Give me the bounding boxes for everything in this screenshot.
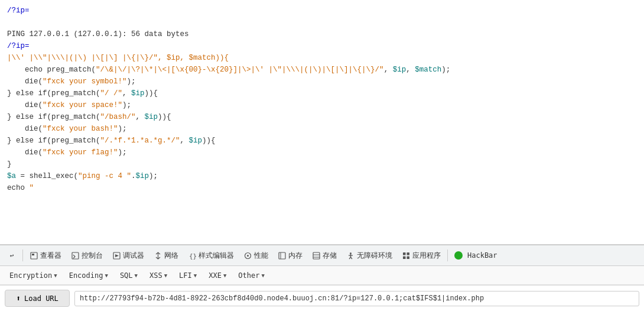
- devtools-hackbar[interactable]: HackBar: [450, 249, 502, 262]
- svg-rect-0: [31, 252, 37, 259]
- xss-arrow: ▼: [164, 273, 167, 278]
- hackbar-dot-icon: [454, 251, 463, 260]
- memory-label: 内存: [288, 251, 303, 261]
- memory-icon: [278, 251, 286, 260]
- encoding-label: Encoding: [69, 271, 103, 280]
- svg-rect-22: [406, 256, 409, 259]
- svg-marker-4: [115, 254, 119, 257]
- code-line: $a = shell_exec("ping -c 4 ".$ip);: [7, 170, 637, 182]
- xss-label: XSS: [149, 271, 162, 280]
- code-line: echo ": [7, 182, 637, 194]
- inspector-label: 查看器: [40, 251, 61, 261]
- encryption-menu[interactable]: Encryption ▼: [5, 270, 62, 281]
- debugger-icon: [112, 251, 121, 260]
- devtools-separator: [22, 250, 23, 261]
- performance-label: 性能: [254, 251, 268, 261]
- other-menu[interactable]: Other ▼: [233, 270, 269, 281]
- code-line: die("fxck your bash!");: [7, 123, 637, 135]
- code-area: /?ip= PING 127.0.0.1 (127.0.0.1): 56 dat…: [0, 0, 644, 245]
- code-line: |\\' |\\"|\\\|(|\) |\[|\] |\{|\}/", $ip,…: [7, 52, 637, 64]
- svg-rect-20: [406, 252, 409, 255]
- code-line: die("fxck your space!");: [7, 99, 637, 111]
- code-line: PING 127.0.0.1 (127.0.0.1): 56 data byte…: [7, 28, 637, 40]
- accessibility-icon: [346, 251, 354, 260]
- svg-rect-19: [403, 252, 406, 255]
- devtools-performance[interactable]: 性能: [239, 248, 272, 263]
- other-arrow: ▼: [261, 273, 264, 278]
- code-line: /?ip=: [7, 40, 637, 52]
- svg-rect-1: [32, 254, 34, 255]
- network-icon: [154, 251, 162, 260]
- devtools-debugger[interactable]: 调试器: [108, 248, 148, 263]
- svg-point-14: [350, 252, 352, 254]
- xxe-label: XXE: [209, 271, 222, 280]
- code-line: die("fxck your flag!");: [7, 147, 637, 158]
- devtools-inspector[interactable]: 查看器: [25, 248, 66, 263]
- xxe-menu[interactable]: XXE ▼: [204, 270, 231, 281]
- devtools-back-btn[interactable]: ↩: [4, 249, 20, 262]
- lfi-label: LFI: [179, 271, 192, 280]
- encoding-arrow: ▼: [105, 273, 108, 278]
- lfi-arrow: ▼: [194, 273, 197, 278]
- devtools-console[interactable]: 控制台: [67, 248, 107, 263]
- devtools-memory[interactable]: 内存: [274, 248, 307, 263]
- devtools-bar: ↩ 查看器 控制台 调试器: [0, 245, 644, 266]
- url-bar: ⬆ Load URL: [0, 285, 644, 311]
- url-input[interactable]: [74, 291, 639, 306]
- inspector-icon: [30, 251, 38, 260]
- back-icon: ↩: [8, 251, 16, 260]
- console-icon: [71, 251, 79, 260]
- lfi-menu[interactable]: LFI ▼: [174, 270, 201, 281]
- debugger-label: 调试器: [123, 251, 144, 261]
- sql-menu[interactable]: SQL ▼: [115, 270, 142, 281]
- console-label: 控制台: [82, 251, 103, 261]
- style-editor-label: 样式编辑器: [199, 251, 234, 261]
- network-label: 网络: [164, 251, 178, 261]
- svg-rect-21: [403, 256, 406, 259]
- svg-rect-9: [279, 252, 285, 259]
- style-editor-icon: {}: [188, 251, 196, 260]
- code-line: /?ip=: [7, 5, 637, 17]
- devtools-network[interactable]: 网络: [149, 248, 183, 263]
- hackbar-toolbar: Encryption ▼ Encoding ▼ SQL ▼ XSS ▼ LFI …: [0, 266, 644, 285]
- application-icon: [402, 251, 410, 260]
- svg-rect-2: [72, 252, 79, 259]
- xss-menu[interactable]: XSS ▼: [145, 270, 172, 281]
- hackbar-label: HackBar: [467, 251, 497, 260]
- encoding-menu[interactable]: Encoding ▼: [64, 270, 113, 281]
- devtools-accessibility[interactable]: 无障碍环境: [342, 248, 396, 263]
- devtools-style-editor[interactable]: {} 样式编辑器: [184, 248, 238, 263]
- svg-point-8: [247, 255, 249, 257]
- load-url-label: Load URL: [24, 294, 58, 303]
- accessibility-label: 无障碍环境: [357, 251, 392, 261]
- application-label: 应用程序: [412, 251, 441, 261]
- devtools-storage[interactable]: 存储: [308, 248, 341, 263]
- svg-line-18: [350, 257, 352, 259]
- code-line: } else if(preg_match("/bash/", $ip)){: [7, 111, 637, 123]
- upload-icon: ⬆: [16, 294, 21, 303]
- code-line: die("fxck your symbol!");: [7, 76, 637, 88]
- code-line: } else if(preg_match("/ /", $ip)){: [7, 88, 637, 99]
- performance-icon: [243, 251, 252, 260]
- code-line: echo preg_match("/\&|\/|\?|\*|\<|[\x{00}…: [7, 64, 637, 76]
- devtools-application[interactable]: 应用程序: [398, 248, 445, 263]
- encryption-label: Encryption: [9, 271, 52, 280]
- load-url-button[interactable]: ⬆ Load URL: [5, 290, 70, 307]
- encryption-arrow: ▼: [54, 273, 57, 278]
- other-label: Other: [238, 271, 259, 280]
- sql-label: SQL: [120, 271, 133, 280]
- code-line: }: [7, 158, 637, 170]
- xxe-arrow: ▼: [223, 273, 226, 278]
- code-line: [7, 17, 637, 28]
- sql-arrow: ▼: [135, 273, 138, 278]
- devtools-separator2: [447, 250, 448, 261]
- storage-label: 存储: [323, 251, 337, 261]
- svg-rect-11: [313, 252, 320, 259]
- svg-text:{}: {}: [189, 252, 196, 260]
- storage-icon: [312, 251, 320, 260]
- code-line: } else if(preg_match("/.*f.*1.*a.*g.*/",…: [7, 135, 637, 147]
